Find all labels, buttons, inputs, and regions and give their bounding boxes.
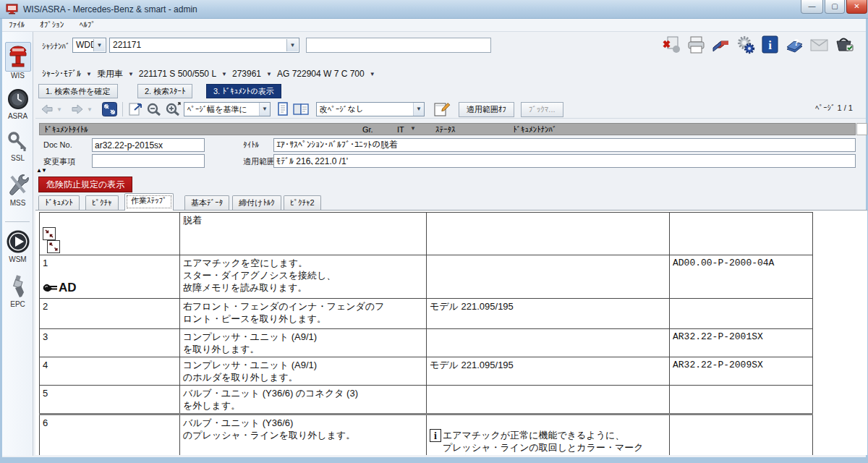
step-doc-number[interactable]: AR32.22-P-2001SX [670, 329, 813, 357]
step-model [427, 329, 670, 357]
zoom-mode-combobox[interactable]: ﾍﾟｰｼﾞ幅を基準に ▼ [184, 102, 271, 116]
engine-value[interactable]: 273961 [232, 69, 261, 79]
zoom-in-icon[interactable] [165, 102, 182, 116]
play-icon [7, 230, 30, 253]
key-icon [8, 132, 28, 152]
tab-picture2[interactable]: ﾋﾟｸﾁｬ2 [284, 195, 321, 210]
chevron-down-icon[interactable]: ▼ [259, 103, 270, 116]
title-input[interactable] [273, 138, 856, 152]
model-value[interactable]: 221171 S 500/550 L [139, 69, 216, 79]
chevron-down-icon[interactable]: ▼ [286, 39, 298, 51]
step-row-3[interactable]: 3 コンプレッサ・ユニット (A9/1) を取り外します。 AR32.22-P-… [40, 329, 813, 357]
col-doc-number[interactable]: ﾄﾞｷｭﾒﾝﾄﾅﾝﾊﾞ [513, 125, 557, 134]
chevron-down-icon[interactable]: ▼ [370, 71, 375, 77]
step-number: 6 [40, 415, 180, 455]
eraser-icon[interactable] [711, 35, 731, 54]
tab-document-view[interactable]: 3. ﾄﾞｷｭﾒﾝﾄの表示 [206, 84, 281, 98]
step-row-1[interactable]: 1 AD エアマチックを空にします。 スター・ダイアグノシスを接続し、 故障メモ… [40, 255, 813, 299]
cancel-print-icon[interactable] [662, 35, 681, 54]
close-button[interactable]: ✕ [846, 0, 867, 14]
step-row-4[interactable]: 4 コンプレッサ・ユニット (A9/1) のホルダを取り外します。 モデル 22… [40, 357, 813, 386]
vin-combobox[interactable]: 221171 ▼ [109, 38, 299, 53]
two-page-icon[interactable] [292, 102, 310, 116]
chassis-model-label[interactable]: ｼｬｰｼ･ﾓﾃﾞﾙ [42, 69, 81, 79]
page-break-combobox[interactable]: 改ﾍﾟｰｼﾞなし ▼ [316, 102, 425, 116]
document-toolbar: ▼ ▼ [35, 100, 866, 119]
sidebar-item-asra[interactable]: ASRA [3, 88, 33, 120]
zoom-out-icon[interactable] [146, 102, 163, 116]
sort-chevron-icon[interactable]: ▼ [410, 125, 416, 132]
car-lift-icon [7, 43, 29, 68]
step-row-6[interactable]: 6 バルブ・ユニット (Y36/6) のプレッシャ・ラインを取り外します。 i … [40, 415, 813, 455]
tab-torque[interactable]: 締付けﾄﾙｸ [232, 195, 281, 210]
tab-search-criteria[interactable]: 1. 検索条件を確定 [38, 84, 118, 98]
step-doc-number[interactable] [670, 386, 813, 415]
fit-page-icon[interactable] [128, 102, 144, 116]
back-history-chevron-icon[interactable]: ▼ [56, 106, 62, 113]
sidebar-label-wsm: WSM [3, 255, 33, 263]
step-row-2[interactable]: 2 右フロント・フェンダのインナ・フェンダのフ ロント・ピースを取り外します。 … [40, 299, 813, 329]
tab-document[interactable]: ﾄﾞｷｭﾒﾝﾄ [38, 195, 80, 210]
tab-basic-data[interactable]: 基本ﾃﾞｰﾀ [184, 195, 229, 210]
col-status[interactable]: ｽﾃｰﾀｽ [435, 125, 456, 134]
col-gr[interactable]: Gr. [362, 125, 373, 134]
minimize-button[interactable]: — [801, 0, 823, 14]
scope-toggle-button[interactable]: 適用範囲ｵﾌ [459, 102, 514, 117]
forward-icon[interactable] [70, 103, 85, 115]
hazard-rules-button[interactable]: 危険防止規定の表示 [38, 177, 132, 192]
sidebar-item-ssl[interactable]: SSL [3, 132, 33, 162]
toolbar-separator [122, 102, 123, 116]
page-indicator: ﾍﾟｰｼﾞ 1 / 1 [815, 103, 853, 112]
wis-asra-window: WIS/ASRA - Mercedes-Benz & smart - admin… [0, 0, 868, 463]
sidebar-item-wis[interactable]: WIS [3, 42, 33, 80]
col-document-title[interactable]: ﾄﾞｷｭﾒﾝﾄﾀｲﾄﾙ [44, 125, 88, 134]
fit-window-icon[interactable] [102, 102, 117, 116]
basket-icon[interactable] [834, 35, 854, 54]
doc-no-input[interactable] [92, 138, 205, 152]
sidebar-item-epc[interactable]: EPC [3, 275, 33, 308]
help-book-icon[interactable]: ? [785, 35, 804, 54]
chevron-down-icon[interactable]: ▼ [266, 71, 272, 77]
menu-options[interactable]: ｵﾌﾟｼｮﾝ [33, 19, 70, 29]
back-icon[interactable] [40, 103, 54, 115]
collapse-all-icon[interactable] [43, 227, 56, 240]
mail-icon[interactable] [809, 35, 829, 54]
scope-input[interactable] [273, 154, 856, 168]
single-page-icon[interactable] [276, 102, 290, 116]
change-input[interactable] [92, 154, 205, 168]
info-icon[interactable]: i [760, 35, 780, 54]
info-note-icon: i [430, 429, 441, 442]
expand-all-icon[interactable] [47, 240, 60, 253]
splitter-handle[interactable]: ▲▼ [36, 167, 46, 174]
print-icon[interactable] [686, 35, 706, 54]
tab-picture[interactable]: ﾋﾟｸﾁｬ [85, 195, 119, 210]
forward-history-chevron-icon[interactable]: ▼ [87, 106, 93, 113]
sidebar-label-epc: EPC [3, 300, 33, 308]
step-description: コンプレッサ・ユニット (A9/1) を取り外します。 [180, 329, 427, 357]
settings-gears-icon[interactable] [736, 35, 755, 54]
menu-file[interactable]: ﾌｧｲﾙ [2, 19, 31, 29]
step-doc-number[interactable] [670, 299, 813, 329]
step-row-5[interactable]: 5 バルブ・ユニット (Y36/6) のコネクタ (3) を外します。 [40, 386, 813, 415]
chevron-down-icon[interactable]: ▼ [128, 71, 134, 77]
bookmark-button[interactable]: ﾌﾞｯｸﾏ... [521, 102, 563, 117]
notes-icon[interactable] [433, 101, 451, 117]
chevron-down-icon[interactable]: ▼ [413, 103, 424, 116]
sidebar-item-wsm[interactable]: WSM [3, 230, 33, 263]
vehicle-type-value[interactable]: 乗用車 [97, 68, 123, 80]
transmission-value[interactable]: AG 722904 W 7 C 700 [277, 69, 365, 79]
step-doc-number[interactable]: AR32.22-P-2009SX [670, 357, 813, 386]
menu-help[interactable]: ﾍﾙﾌﾟ [73, 19, 102, 29]
tab-work-steps[interactable]: 作業ｽﾃｯﾌﾟ [124, 193, 174, 211]
col-it[interactable]: IT [397, 125, 404, 134]
sidebar-item-mss[interactable]: MSS [3, 174, 33, 207]
step-doc-number[interactable]: AD00.00-P-2000-04A [670, 255, 813, 299]
wmi-combobox[interactable]: WDD ▼ [72, 38, 106, 53]
maximize-button[interactable]: ▢ [825, 0, 845, 14]
chevron-down-icon[interactable]: ▼ [93, 39, 105, 51]
chevron-down-icon[interactable]: ▼ [86, 71, 92, 77]
secondary-vin-field[interactable] [306, 38, 491, 53]
step-model [427, 255, 670, 299]
tab-search-start[interactable]: 2. 検索ｽﾀｰﾄ [137, 84, 192, 98]
chevron-down-icon[interactable]: ▼ [221, 71, 227, 77]
